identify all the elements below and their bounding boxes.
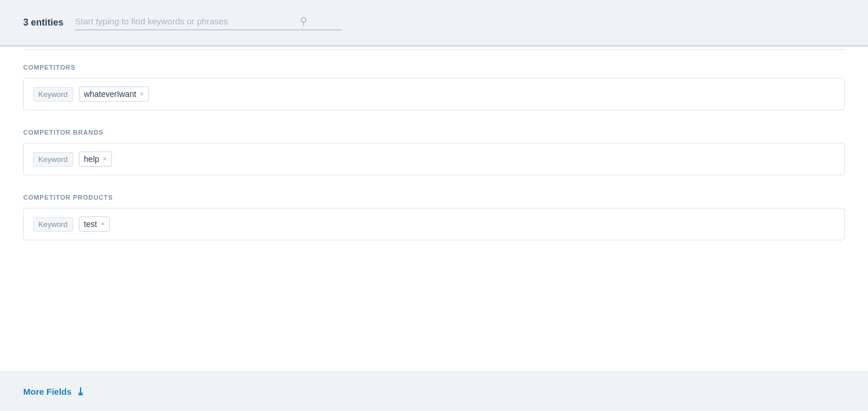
search-input-wrapper[interactable]: ⚲ (75, 15, 342, 30)
competitor-products-tag-remove[interactable]: × (100, 221, 104, 228)
app-wrapper: 3 entities ⚲ COMPETITORS Keyword whateve… (0, 0, 868, 411)
search-input[interactable] (75, 16, 295, 26)
competitor-brands-tag-0: help × (79, 152, 112, 167)
competitor-brands-section-title: COMPETITOR BRANDS (23, 129, 845, 136)
competitor-products-tag-0: test × (79, 217, 110, 232)
competitors-section: COMPETITORS Keyword whateverIwant × (0, 50, 868, 115)
competitors-section-title: COMPETITORS (23, 64, 845, 71)
search-icon: ⚲ (300, 15, 307, 27)
competitor-brands-keyword-label: Keyword (33, 152, 73, 167)
competitor-brands-keyword-row: Keyword help × (23, 143, 845, 175)
competitors-tag-remove[interactable]: × (140, 91, 144, 98)
competitors-keyword-row: Keyword whateverIwant × (23, 78, 845, 110)
competitor-brands-tag-text: help (84, 154, 99, 164)
chevron-down-icon: ⤓ (76, 385, 85, 398)
content-area: COMPETITORS Keyword whateverIwant × COMP… (0, 46, 868, 372)
more-fields-button[interactable]: More Fields ⤓ (23, 385, 85, 398)
entities-count: 3 entities (23, 17, 63, 28)
competitor-products-keyword-row: Keyword test × (23, 208, 845, 240)
competitor-products-section: COMPETITOR PRODUCTS Keyword test × (0, 180, 868, 245)
competitor-brands-section: COMPETITOR BRANDS Keyword help × (0, 115, 868, 180)
competitor-brands-tag-remove[interactable]: × (103, 156, 107, 163)
competitors-tag-text: whateverIwant (84, 89, 136, 99)
more-fields-label: More Fields (23, 387, 71, 396)
competitors-keyword-label: Keyword (33, 87, 73, 102)
competitors-tag-0: whateverIwant × (79, 86, 149, 102)
search-bar: 3 entities ⚲ (0, 0, 868, 46)
competitor-products-keyword-label: Keyword (33, 217, 73, 232)
footer-bar: More Fields ⤓ (0, 372, 868, 411)
competitor-products-tag-text: test (84, 219, 97, 229)
competitor-products-section-title: COMPETITOR PRODUCTS (23, 194, 845, 201)
